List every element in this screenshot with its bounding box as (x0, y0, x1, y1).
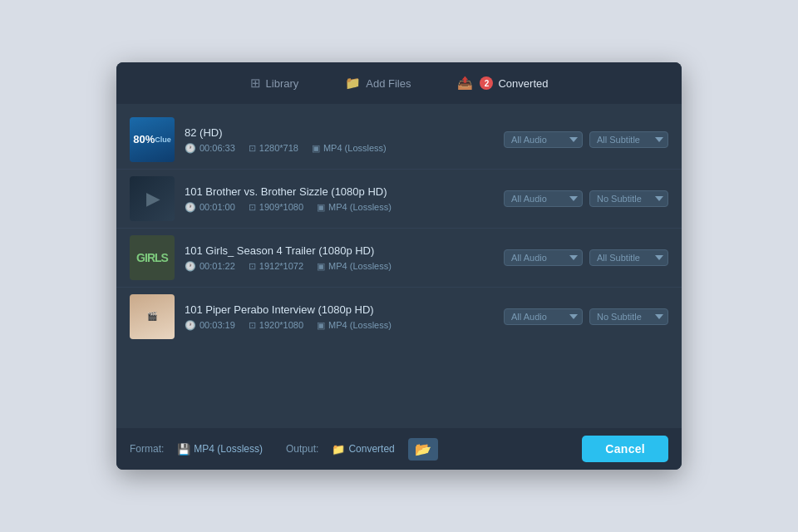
format-4: ▣ MP4 (Lossless) (317, 320, 392, 331)
subtitle-select-3[interactable]: All Subtitle No Subtitle (589, 249, 668, 266)
clock-icon: 🕐 (185, 143, 196, 154)
duration-2: 🕐 00:01:00 (185, 202, 235, 213)
file-info-1: 82 (HD) 🕐 00:06:33 ⊡ 1280*718 ▣ MP4 (Los… (185, 126, 494, 154)
file-row: 🎬 101 Piper Perabo Interview (1080p HD) … (116, 288, 682, 346)
resolution-2: ⊡ 1909*1080 (249, 202, 303, 213)
converted-icon: 📤 (457, 76, 473, 91)
file-info-3: 101 Girls_ Season 4 Trailer (1080p HD) 🕐… (185, 244, 494, 272)
file-meta-3: 🕐 00:01:22 ⊡ 1912*1072 ▣ MP4 (Lossless) (185, 261, 494, 272)
resolution-icon-2: ⊡ (249, 202, 256, 213)
clock-icon-3: 🕐 (185, 261, 196, 272)
format-disk-icon: 💾 (177, 443, 190, 456)
format-icon: ▣ (312, 143, 320, 154)
converted-badge: 2 (480, 76, 493, 90)
output-label: Output: (286, 443, 318, 455)
bottom-bar: Format: 💾 MP4 (Lossless) Output: 📁 Conve… (116, 428, 682, 470)
folder-open-icon: 📂 (415, 441, 431, 457)
file-meta-1: 🕐 00:06:33 ⊡ 1280*718 ▣ MP4 (Lossless) (185, 143, 494, 154)
resolution-4: ⊡ 1920*1080 (249, 320, 303, 331)
output-value: 📁 Converted (332, 443, 394, 456)
subtitle-select-4[interactable]: No Subtitle All Subtitle (589, 308, 668, 325)
format-label: Format: (130, 443, 164, 455)
converted-label: Converted (498, 77, 548, 90)
nav-library[interactable]: ⊞ Library (244, 72, 306, 94)
subtitle-select-1[interactable]: All Subtitle No Subtitle (589, 131, 668, 148)
dropdowns-2: All Audio Audio 1 No Subtitle All Subtit… (504, 190, 668, 207)
resolution-icon-4: ⊡ (249, 320, 256, 331)
clock-icon-4: 🕐 (185, 320, 196, 331)
duration-4: 🕐 00:03:19 (185, 320, 235, 331)
file-meta-4: 🕐 00:03:19 ⊡ 1920*1080 ▣ MP4 (Lossless) (185, 320, 494, 331)
audio-select-2[interactable]: All Audio Audio 1 (504, 190, 583, 207)
browse-folder-button[interactable]: 📂 (408, 438, 438, 461)
thumbnail-1 (130, 117, 175, 162)
thumbnail-4: 🎬 (130, 294, 175, 339)
add-files-label: Add Files (366, 77, 411, 90)
nav-add-files[interactable]: 📁 Add Files (338, 72, 417, 94)
cancel-button[interactable]: Cancel (582, 436, 668, 462)
file-row: GIRLS 101 Girls_ Season 4 Trailer (1080p… (116, 229, 682, 288)
dropdowns-4: All Audio Audio 1 No Subtitle All Subtit… (504, 308, 668, 325)
audio-select-4[interactable]: All Audio Audio 1 (504, 308, 583, 325)
file-list: 82 (HD) 🕐 00:06:33 ⊡ 1280*718 ▣ MP4 (Los… (116, 104, 682, 428)
app-window: ⊞ Library 📁 Add Files 📤 2 Converted 82 (… (116, 62, 682, 470)
file-row: ▶ 101 Brother vs. Brother Sizzle (1080p … (116, 170, 682, 229)
file-title-3: 101 Girls_ Season 4 Trailer (1080p HD) (185, 244, 494, 257)
dropdowns-3: All Audio Audio 1 All Subtitle No Subtit… (504, 249, 668, 266)
resolution-3: ⊡ 1912*1072 (249, 261, 303, 272)
file-row: 82 (HD) 🕐 00:06:33 ⊡ 1280*718 ▣ MP4 (Los… (116, 111, 682, 170)
clock-icon-2: 🕐 (185, 202, 196, 213)
format-2: ▣ MP4 (Lossless) (317, 202, 392, 213)
resolution-icon-3: ⊡ (249, 261, 256, 272)
duration-1: 🕐 00:06:33 (185, 143, 235, 154)
output-folder-icon: 📁 (332, 443, 345, 456)
resolution-1: ⊡ 1280*718 (249, 143, 298, 154)
add-files-icon: 📁 (345, 76, 361, 91)
format-icon-2: ▣ (317, 202, 325, 213)
file-title-2: 101 Brother vs. Brother Sizzle (1080p HD… (185, 185, 494, 198)
library-icon: ⊞ (250, 76, 261, 91)
format-3: ▣ MP4 (Lossless) (317, 261, 392, 272)
file-title-1: 82 (HD) (185, 126, 494, 139)
format-1: ▣ MP4 (Lossless) (312, 143, 387, 154)
thumbnail-3: GIRLS (130, 235, 175, 280)
resolution-icon: ⊡ (249, 143, 256, 154)
audio-select-3[interactable]: All Audio Audio 1 (504, 249, 583, 266)
file-info-4: 101 Piper Perabo Interview (1080p HD) 🕐 … (185, 303, 494, 331)
thumbnail-2: ▶ (130, 176, 175, 221)
nav-converted[interactable]: 📤 2 Converted (451, 72, 554, 94)
file-meta-2: 🕐 00:01:00 ⊡ 1909*1080 ▣ MP4 (Lossless) (185, 202, 494, 213)
format-icon-4: ▣ (317, 320, 325, 331)
subtitle-select-2[interactable]: No Subtitle All Subtitle (589, 190, 668, 207)
file-info-2: 101 Brother vs. Brother Sizzle (1080p HD… (185, 185, 494, 213)
dropdowns-1: All Audio Audio 1 All Subtitle No Subtit… (504, 131, 668, 148)
format-icon-3: ▣ (317, 261, 325, 272)
top-nav: ⊞ Library 📁 Add Files 📤 2 Converted (116, 62, 682, 104)
format-value: 💾 MP4 (Lossless) (177, 443, 263, 456)
library-label: Library (266, 77, 299, 90)
audio-select-1[interactable]: All Audio Audio 1 (504, 131, 583, 148)
duration-3: 🕐 00:01:22 (185, 261, 235, 272)
file-title-4: 101 Piper Perabo Interview (1080p HD) (185, 303, 494, 316)
